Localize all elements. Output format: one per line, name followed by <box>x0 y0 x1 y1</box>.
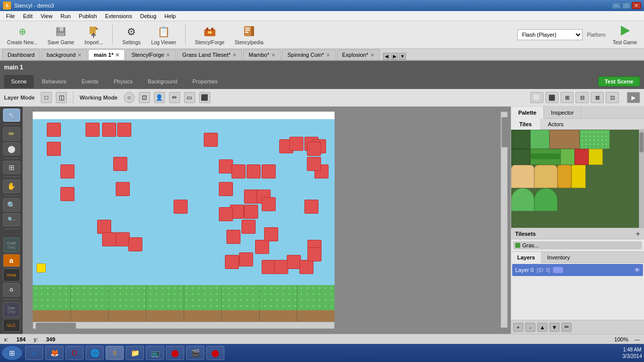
tool-tile-eraser[interactable]: ⊞ <box>3 161 20 174</box>
tool-pencil[interactable]: ✏ <box>3 127 20 140</box>
tab-background[interactable]: background ✕ <box>41 49 88 60</box>
tool-zoom-out[interactable]: 🔍- <box>3 213 20 226</box>
taskbar-file-explorer[interactable]: 📁 <box>126 346 144 360</box>
app-icon-recycle[interactable]: ♻ <box>3 283 20 296</box>
menu-extensions[interactable]: Extensions <box>101 12 136 20</box>
menu-edit[interactable]: Edit <box>19 12 37 20</box>
working-mode-person[interactable]: 👤 <box>154 92 165 103</box>
scene-tab-behaviors[interactable]: Behaviors <box>35 75 73 88</box>
maximize-button[interactable]: □ <box>622 2 631 9</box>
taskbar-firefox[interactable]: 🦊 <box>45 346 63 360</box>
scene-canvas[interactable] <box>33 112 335 328</box>
scene-tab-background[interactable]: Background <box>141 75 185 88</box>
tab-main1[interactable]: main 1* ✕ <box>88 49 125 60</box>
scene-tab-physics[interactable]: Physics <box>107 75 140 88</box>
horizontal-scrollbar[interactable] <box>33 322 335 329</box>
taskbar-chrome[interactable]: 🌐 <box>86 346 104 360</box>
create-new-button[interactable]: ⊕ Create New... <box>4 23 41 47</box>
tab-nav-left[interactable]: ◀ <box>383 53 390 60</box>
scrollbar-thumb[interactable] <box>502 117 508 147</box>
palette-tile-13[interactable] <box>572 165 586 188</box>
layer-add-button[interactable]: + <box>513 323 523 332</box>
tab-stencylforge[interactable]: StencylForge ✕ <box>126 49 176 60</box>
taskbar-app2[interactable]: ⬤ <box>166 346 184 360</box>
tab-nav-down[interactable]: ▼ <box>399 53 406 60</box>
view-btn-5[interactable]: ⊠ <box>591 92 604 103</box>
palette-tile-15[interactable] <box>534 188 557 211</box>
menu-run[interactable]: Run <box>56 12 74 20</box>
hscrollbar-thumb[interactable] <box>36 323 76 329</box>
tiles-palette[interactable] <box>511 130 644 228</box>
view-btn-1[interactable]: ⬜ <box>530 92 543 103</box>
layers-tab[interactable]: Layers <box>511 252 541 263</box>
tiles-tab[interactable]: Tiles <box>511 119 540 130</box>
tool-hand[interactable]: ✋ <box>3 179 20 193</box>
test-scene-button[interactable]: Test Scene <box>598 76 640 86</box>
tool-zoom-in[interactable]: 🔍 <box>3 198 20 211</box>
tool-stamp[interactable]: ⬤ <box>3 142 20 155</box>
tileset-item-grass[interactable]: Gras... <box>513 241 642 249</box>
working-mode-pen[interactable]: ✏ <box>169 92 180 103</box>
taskbar-app3[interactable]: 🎬 <box>186 346 204 360</box>
palette-tab[interactable]: Palette <box>511 107 544 119</box>
palette-tile-9[interactable] <box>589 149 603 165</box>
tab-close-grass[interactable]: ✕ <box>232 52 236 58</box>
close-button[interactable]: ✕ <box>632 2 641 9</box>
settings-button[interactable]: ⚙ Settings <box>119 23 144 47</box>
play-btn[interactable]: ▶ <box>627 92 640 103</box>
tab-close-coin[interactable]: ✕ <box>326 52 330 58</box>
palette-scroll-thumb[interactable] <box>639 132 643 152</box>
palette-tile-8[interactable] <box>575 149 589 165</box>
layer-up-button[interactable]: ▲ <box>537 323 547 332</box>
taskbar-opera[interactable]: O <box>65 346 84 360</box>
palette-tile-6[interactable] <box>530 149 560 165</box>
layer-remove-button[interactable]: - <box>525 323 535 332</box>
platform-dropdown[interactable]: Flash (Player) HTML5 iOS Android <box>517 29 583 40</box>
tool-select[interactable]: ↖ <box>3 109 20 122</box>
log-viewer-button[interactable]: 📋 Log Viewer <box>148 23 179 47</box>
menu-help[interactable]: Help <box>160 12 180 20</box>
working-mode-grid[interactable]: ⊡ <box>139 92 150 103</box>
palette-tile-11[interactable] <box>534 165 557 188</box>
view-btn-3[interactable]: ⊞ <box>560 92 574 103</box>
save-game-button[interactable]: Save Game <box>45 23 77 47</box>
tab-mambo[interactable]: Mambo* ✕ <box>243 49 281 60</box>
palette-tile-4[interactable] <box>580 130 610 149</box>
tab-explosion[interactable]: Explosion* ✕ <box>337 49 380 60</box>
scene-tab-scene[interactable]: Scene <box>4 75 34 88</box>
app-icon-1[interactable]: Cont Drag <box>4 237 20 252</box>
tab-close-stencylforge[interactable]: ✕ <box>166 52 170 58</box>
tileset-add-button[interactable]: + <box>636 230 640 238</box>
palette-tile-7[interactable] <box>560 149 575 165</box>
palette-tile-14[interactable] <box>511 188 534 211</box>
layer-mode-btn-1[interactable]: □ <box>41 92 52 103</box>
taskbar-stencyl[interactable]: S <box>106 346 124 360</box>
palette-tile-10[interactable] <box>511 165 534 188</box>
app-icon-vlc[interactable]: VLC <box>3 319 20 332</box>
vertical-scrollbar[interactable] <box>501 112 508 328</box>
inventory-tab[interactable]: Inventory <box>541 252 576 263</box>
app-icon-a[interactable]: a <box>3 254 20 267</box>
menu-publish[interactable]: Publish <box>75 12 101 20</box>
app-icon-amazon[interactable]: Ama <box>3 268 20 282</box>
minimize-button[interactable]: ─ <box>612 2 621 9</box>
scene-tab-properties[interactable]: Properties <box>185 75 224 88</box>
layer-eye-icon[interactable]: 👁 <box>634 267 640 273</box>
tab-grass-land[interactable]: Grass Land Tileset* ✕ <box>177 49 242 60</box>
palette-tile-12[interactable] <box>557 165 572 188</box>
tab-nav-right[interactable]: ▶ <box>391 53 398 60</box>
stencylpedia-button[interactable]: Stencylpedia <box>231 23 266 47</box>
tab-dashboard[interactable]: Dashboard <box>2 49 40 60</box>
layer-mode-btn-2[interactable]: ◫ <box>56 92 67 103</box>
taskbar-media[interactable]: 📺 <box>146 346 164 360</box>
menu-debug[interactable]: Debug <box>136 12 160 20</box>
working-mode-fill[interactable]: ⬛ <box>199 92 210 103</box>
working-mode-circle[interactable]: ○ <box>124 92 135 103</box>
palette-scrollbar[interactable] <box>639 130 644 228</box>
menu-view[interactable]: View <box>37 12 57 20</box>
test-game-button[interactable]: Test Game <box>610 23 640 47</box>
palette-tile-2[interactable] <box>530 130 549 149</box>
stencylforge-button[interactable]: StencylForge <box>192 23 227 47</box>
layer-item-0[interactable]: Layer 0 [ID: 0] 👁 <box>512 264 643 276</box>
start-button[interactable]: ⊞ <box>2 346 22 360</box>
